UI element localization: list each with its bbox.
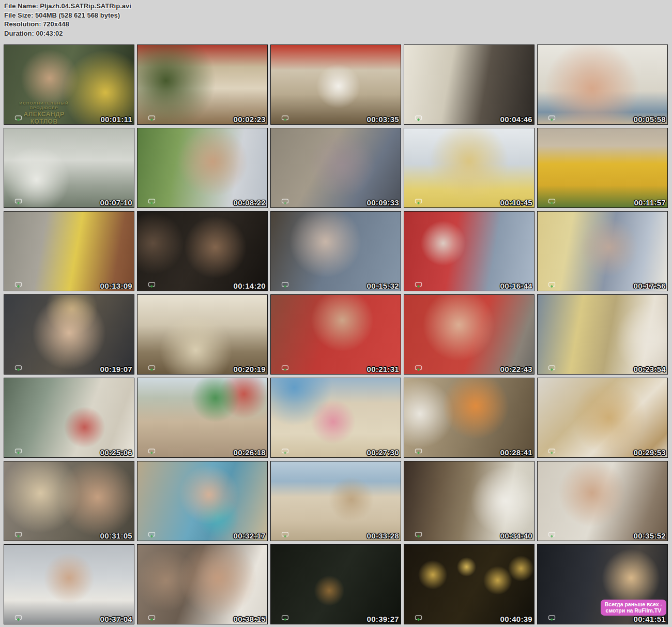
timestamp-label: 00:34:40 — [500, 531, 532, 540]
thumbnail: 00:15:32 — [270, 211, 401, 291]
ntv-watermark-icon — [14, 449, 22, 455]
timestamp-label: 00:11:57 — [634, 198, 666, 207]
thumbnail: 00:19:07 — [4, 294, 134, 375]
timestamp-label: 00:03:35 — [367, 115, 399, 124]
timestamp-label: 00:01:11 — [100, 115, 132, 124]
ntv-watermark-icon — [14, 532, 22, 538]
timestamp-label: 00:32:17 — [234, 531, 266, 540]
ntv-watermark-icon — [14, 282, 22, 288]
duration-line: Duration: 00:43:02 — [4, 29, 131, 38]
timestamp-label: 00:41:51 — [634, 615, 666, 623]
thumbnail: 00:17:56 — [537, 211, 668, 291]
thumbnail: 00:35:52 — [537, 461, 668, 541]
thumbnail: 00:31:05 — [4, 461, 134, 541]
timestamp-label: 00:21:31 — [367, 365, 399, 374]
timestamp-label: 00:40:39 — [500, 615, 532, 623]
thumbnail: 00:34:40 — [404, 461, 534, 541]
thumbnail: 00:27:30 — [270, 378, 401, 458]
timestamp-label: 00:19:07 — [100, 365, 132, 374]
thumbnail: 00:37:04 — [4, 544, 134, 624]
timestamp-label: 00:16:44 — [500, 281, 532, 290]
thumbnail: 00:23:54 — [537, 294, 668, 375]
credit-overlay: ИСПОЛНИТЕЛЬНЫЙПРОДЮСЕРАЛЕКСАНДР КОТЛОВ — [11, 101, 77, 125]
thumbnail: 00:10:45 — [404, 128, 534, 208]
ntv-watermark-icon — [548, 615, 556, 621]
ntv-watermark-icon — [548, 115, 556, 122]
timestamp-label: 00:04:46 — [500, 115, 532, 124]
ntv-watermark-icon — [14, 365, 22, 371]
ntv-watermark-icon — [148, 115, 156, 122]
ntv-watermark-icon — [548, 449, 556, 455]
timestamp-label: 00:13:09 — [100, 281, 132, 290]
ntv-watermark-icon — [415, 532, 422, 538]
thumbnail: 00:38:15 — [137, 544, 268, 624]
thumbnail: 00:14:20 — [137, 211, 268, 291]
credit-role-text: ИСПОЛНИТЕЛЬНЫЙ — [11, 101, 77, 106]
ntv-watermark-icon — [148, 532, 156, 538]
ntv-watermark-icon — [415, 115, 422, 122]
credit-name-text: АЛЕКСАНДР КОТЛОВ — [11, 111, 77, 125]
timestamp-label: 00:39:27 — [367, 615, 399, 623]
timestamp-label: 00:25:06 — [100, 448, 132, 457]
ntv-watermark-icon — [281, 449, 289, 455]
thumbnail: 00:03:35 — [270, 44, 401, 125]
thumbnail: 00:25:06 — [4, 378, 134, 458]
thumbnail: 00:08:22 — [137, 128, 268, 208]
ntv-watermark-icon — [548, 199, 556, 205]
timestamp-label: 00:07:10 — [100, 198, 132, 207]
ntv-watermark-icon — [148, 282, 156, 288]
thumbnail: Всегда раньше всех -смотри на RuFilm.TV0… — [537, 544, 668, 624]
timestamp-label: 00:17:56 — [634, 281, 666, 290]
ntv-watermark-icon — [415, 282, 422, 288]
timestamp-label: 00:33:28 — [367, 531, 399, 540]
thumbnail: 00:29:53 — [537, 378, 668, 458]
timestamp-label: 00:26:18 — [234, 448, 266, 457]
thumbnail: 00:28:41 — [404, 378, 534, 458]
promo-line2: смотри на RuFilm.TV — [605, 607, 662, 614]
thumbnail: 00:02:23 — [137, 44, 268, 125]
thumbnail: 00:05:58 — [537, 44, 668, 125]
ntv-watermark-icon — [548, 282, 556, 288]
file-size-line: File Size: 504MB (528 621 568 bytes) — [4, 11, 131, 20]
ntv-watermark-icon — [148, 615, 156, 621]
thumbnail: 00:26:18 — [137, 378, 268, 458]
ntv-watermark-icon — [415, 199, 422, 205]
timestamp-label: 00:23:54 — [634, 365, 666, 374]
timestamp-label: 00:28:41 — [500, 448, 532, 457]
thumbnail: 00:16:44 — [404, 211, 534, 291]
timestamp-label: 00:02:23 — [234, 115, 266, 124]
timestamp-label: 00:31:05 — [100, 531, 132, 540]
timestamp-label: 00:22:43 — [500, 365, 532, 374]
file-name-line: File Name: Pljazh.04.SATRip.SATRip.avi — [4, 2, 131, 11]
timestamp-label: 00:27:30 — [367, 448, 399, 457]
thumbnail: 00:32:17 — [137, 461, 268, 541]
ntv-watermark-icon — [14, 615, 22, 621]
ntv-watermark-icon — [281, 282, 289, 288]
ntv-watermark-icon — [415, 365, 422, 371]
thumbnail: ИСПОЛНИТЕЛЬНЫЙПРОДЮСЕРАЛЕКСАНДР КОТЛОВ00… — [4, 44, 134, 125]
thumbnail: 00:21:31 — [270, 294, 401, 375]
thumbnail: 00:07:10 — [4, 128, 134, 208]
thumbnail-grid: ИСПОЛНИТЕЛЬНЫЙПРОДЮСЕРАЛЕКСАНДР КОТЛОВ00… — [4, 44, 668, 624]
ntv-watermark-icon — [14, 199, 22, 205]
thumbnail: 00:09:33 — [270, 128, 401, 208]
ntv-watermark-icon — [415, 615, 422, 621]
timestamp-label: 00:38:15 — [234, 615, 266, 623]
ntv-watermark-icon — [281, 532, 289, 538]
ntv-watermark-icon — [148, 365, 156, 371]
resolution-line: Resolution: 720x448 — [4, 20, 131, 29]
file-info-header: File Name: Pljazh.04.SATRip.SATRip.avi F… — [4, 2, 131, 38]
timestamp-label: 00:05:58 — [634, 115, 666, 124]
ntv-watermark-icon — [415, 449, 422, 455]
promo-banner: Всегда раньше всех -смотри на RuFilm.TV — [601, 600, 666, 616]
thumbnail: 00:33:28 — [270, 461, 401, 541]
thumbnail: 00:11:57 — [537, 128, 668, 208]
thumbnail: 00:04:46 — [404, 44, 534, 125]
thumbnail: 00:20:19 — [137, 294, 268, 375]
thumbnail: 00:40:39 — [404, 544, 534, 624]
credit-role-text: ПРОДЮСЕР — [11, 106, 77, 110]
ntv-watermark-icon — [281, 199, 289, 205]
promo-line1: Всегда раньше всех - — [605, 601, 662, 607]
timestamp-label: 00:35:52 — [634, 531, 666, 540]
timestamp-label: 00:14:20 — [234, 281, 266, 290]
